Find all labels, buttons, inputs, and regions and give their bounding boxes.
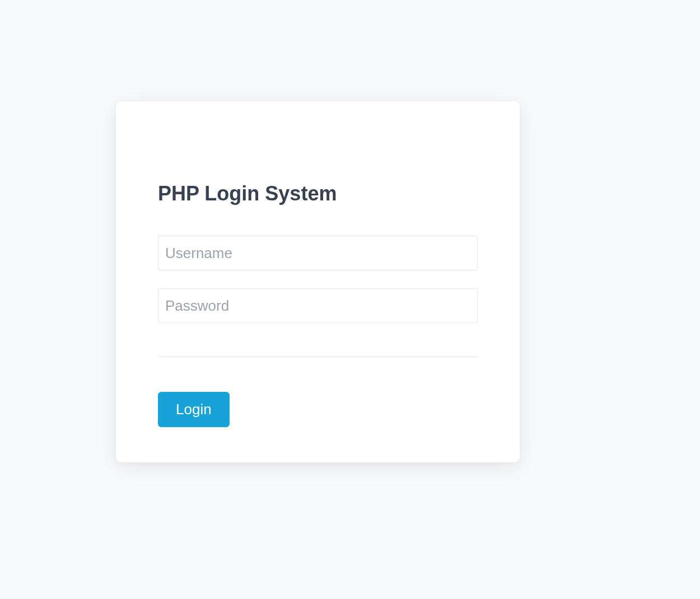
login-button[interactable]: Login (158, 392, 230, 427)
divider (158, 357, 478, 357)
password-field[interactable] (158, 288, 478, 323)
login-card: PHP Login System Login (116, 101, 520, 462)
username-field[interactable] (158, 236, 478, 270)
page-title: PHP Login System (158, 182, 478, 205)
